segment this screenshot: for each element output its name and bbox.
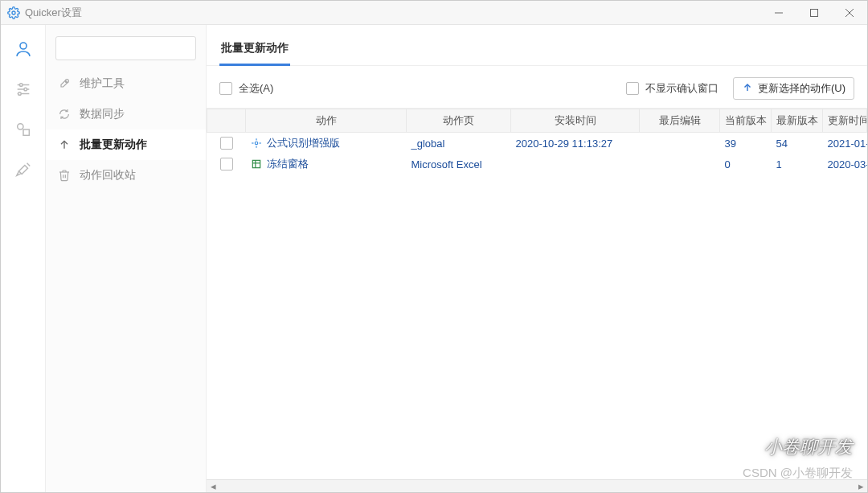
action-icon	[251, 138, 262, 149]
scroll-right-icon[interactable]: ▸	[854, 480, 867, 493]
sidebar-item-label: 动作回收站	[80, 168, 136, 183]
maximize-button[interactable]	[796, 1, 832, 25]
col-last-edit[interactable]: 最后编辑	[640, 109, 720, 133]
action-page: Microsoft Excel	[407, 154, 511, 175]
horizontal-scrollbar[interactable]: ◂ ▸	[207, 479, 867, 492]
svg-point-12	[17, 124, 23, 129]
col-action[interactable]: 动作	[246, 109, 407, 133]
scroll-left-icon[interactable]: ◂	[207, 480, 219, 493]
last-edit	[640, 133, 720, 154]
action-icon	[251, 158, 262, 170]
hide-confirm-checkbox[interactable]	[626, 82, 639, 95]
update-selected-button[interactable]: 更新选择的动作(U)	[733, 77, 854, 100]
sidebar-item-label: 批量更新动作	[80, 138, 147, 152]
app-icon	[7, 6, 20, 19]
sidebar-item-batch-update[interactable]: 批量更新动作	[46, 129, 206, 160]
install-time	[511, 154, 640, 175]
action-name: 公式识别增强版	[267, 136, 340, 150]
svg-rect-13	[23, 129, 29, 135]
select-all-checkbox[interactable]	[219, 82, 232, 95]
svg-rect-20	[252, 160, 260, 167]
row-checkbox[interactable]	[220, 137, 233, 150]
hide-confirm-label: 不显示确认窗口	[645, 81, 719, 96]
sidebar-item-recycle[interactable]: 动作回收站	[46, 160, 206, 191]
actions-table: 动作 动作页 安装时间 最后编辑 当前版本 最新版本 更新时间	[207, 109, 867, 175]
close-button[interactable]	[832, 1, 867, 25]
sliders-icon[interactable]	[14, 80, 33, 99]
action-page: _global	[407, 133, 511, 154]
svg-point-9	[23, 88, 27, 91]
wrench-icon	[57, 76, 72, 91]
update-time: 2020-03-07 22:2	[823, 154, 867, 175]
upload-icon	[57, 138, 72, 152]
col-install-time[interactable]: 安装时间	[511, 109, 640, 133]
upload-icon	[742, 82, 753, 96]
latest-ver: 1	[772, 154, 823, 175]
toolbar: 全选(A) 不显示确认窗口 更新选择的动作(U)	[207, 66, 867, 108]
current-ver: 0	[720, 154, 772, 175]
row-checkbox[interactable]	[220, 158, 233, 170]
update-selected-label: 更新选择的动作(U)	[758, 81, 845, 96]
tabbar: 批量更新动作	[207, 25, 867, 66]
window-title: Quicker设置	[25, 6, 82, 20]
action-name: 冻结窗格	[267, 157, 309, 171]
sidebar-item-maintenance[interactable]: 维护工具	[46, 68, 206, 99]
col-action-page[interactable]: 动作页	[407, 109, 511, 133]
svg-point-0	[12, 11, 15, 14]
col-update-time[interactable]: 更新时间	[823, 109, 867, 133]
user-icon[interactable]	[14, 39, 33, 59]
svg-point-5	[20, 43, 27, 49]
col-latest-ver[interactable]: 最新版本	[772, 109, 823, 133]
svg-rect-2	[811, 9, 818, 16]
svg-point-7	[19, 84, 23, 87]
titlebar: Quicker设置	[1, 1, 867, 25]
tab-batch-update[interactable]: 批量更新动作	[219, 36, 290, 66]
latest-ver: 54	[772, 133, 823, 154]
svg-point-15	[255, 142, 258, 145]
sidebar-item-label: 数据同步	[80, 107, 125, 121]
col-checkbox[interactable]	[207, 109, 246, 133]
minimize-button[interactable]	[761, 1, 796, 25]
category-rail	[1, 25, 46, 492]
search-input[interactable]	[55, 36, 196, 60]
sidebar-item-label: 维护工具	[80, 76, 125, 91]
install-time: 2020-10-29 11:13:27	[511, 133, 640, 154]
current-ver: 39	[720, 133, 772, 154]
table-row[interactable]: 冻结窗格 Microsoft Excel 0 1 2020-03-07 22:2	[207, 154, 867, 175]
shapes-icon[interactable]	[14, 120, 33, 139]
content-area: 批量更新动作 全选(A) 不显示确认窗口 更新选择的动作(U)	[207, 25, 867, 492]
sync-icon	[57, 107, 72, 121]
table-container: 动作 动作页 安装时间 最后编辑 当前版本 最新版本 更新时间	[207, 108, 867, 492]
last-edit	[640, 154, 720, 175]
select-all-label: 全选(A)	[239, 81, 273, 96]
table-header-row: 动作 动作页 安装时间 最后编辑 当前版本 最新版本 更新时间	[207, 109, 867, 133]
sidebar: 维护工具 数据同步 批量更新动作 动作回收站	[46, 25, 207, 492]
update-time: 2021-01-06 16:0	[823, 133, 867, 154]
svg-point-11	[18, 92, 21, 96]
sidebar-item-sync[interactable]: 数据同步	[46, 99, 206, 129]
col-current-ver[interactable]: 当前版本	[720, 109, 772, 133]
tools-icon[interactable]	[14, 160, 33, 179]
table-row[interactable]: 公式识别增强版 _global 2020-10-29 11:13:27 39 5…	[207, 133, 867, 154]
trash-icon	[57, 168, 72, 183]
